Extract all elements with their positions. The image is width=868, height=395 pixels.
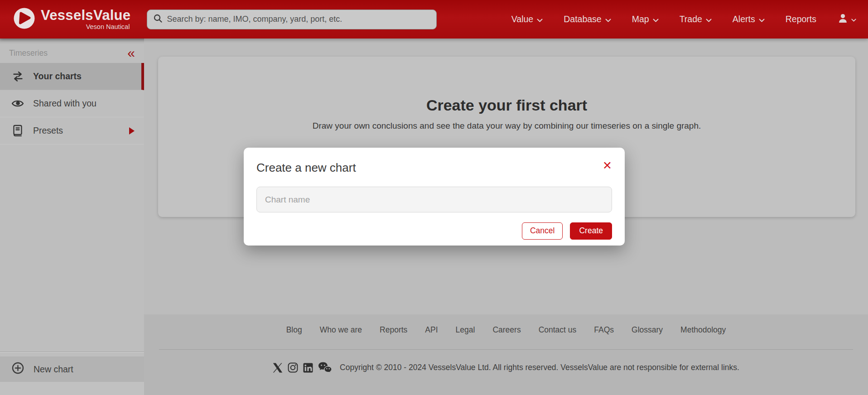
user-menu[interactable] <box>837 13 856 26</box>
footer-divider <box>159 349 853 350</box>
sidebar-item-shared-with-you[interactable]: Shared with you <box>0 90 144 117</box>
nav-item-database[interactable]: Database <box>564 14 611 24</box>
chevron-down-icon <box>653 14 659 24</box>
footer-link-faqs[interactable]: FAQs <box>594 325 614 335</box>
empty-state-title: Create your first chart <box>158 96 855 114</box>
chevron-down-icon <box>605 14 611 24</box>
nav-label: Database <box>564 14 601 24</box>
chevron-down-icon <box>537 14 543 24</box>
footer-link-contact-us[interactable]: Contact us <box>539 325 577 335</box>
sidebar-item-presets[interactable]: Presets <box>0 117 144 145</box>
new-chart-label: New chart <box>34 364 73 375</box>
vesselsvalue-logo-icon <box>14 8 35 31</box>
person-icon <box>837 13 849 26</box>
nav-item-reports[interactable]: Reports <box>786 14 816 24</box>
instagram-icon[interactable] <box>288 362 298 373</box>
create-button[interactable]: Create <box>570 222 612 240</box>
close-icon[interactable]: ✕ <box>603 160 612 171</box>
create-chart-modal: Create a new chart ✕ Cancel Create <box>244 148 625 246</box>
sidebar-item-label: Your charts <box>33 71 82 82</box>
top-header: VesselsValue Veson Nautical Value Databa… <box>0 0 868 39</box>
nav-label: Value <box>511 14 533 24</box>
new-chart-button[interactable]: New chart <box>0 356 144 382</box>
modal-actions: Cancel Create <box>256 222 612 240</box>
linkedin-icon[interactable] <box>303 363 313 373</box>
x-twitter-icon[interactable] <box>273 363 283 373</box>
book-icon <box>11 125 24 137</box>
top-nav: Value Database Map Trade Alerts Reports <box>511 13 856 26</box>
nav-label: Trade <box>680 14 702 24</box>
sidebar-bottom: New chart <box>0 352 144 395</box>
empty-state-subtitle: Draw your own conclusions and see the da… <box>158 121 855 131</box>
footer-links: Blog Who we are Reports API Legal Career… <box>144 314 868 335</box>
social-icons <box>273 361 332 374</box>
footer: Blog Who we are Reports API Legal Career… <box>144 314 868 395</box>
footer-link-api[interactable]: API <box>425 325 438 335</box>
wechat-icon[interactable] <box>318 361 332 374</box>
sidebar-footer-strip <box>0 382 144 395</box>
sidebar-section-title: Timeseries <box>9 48 48 58</box>
sidebar-item-label: Shared with you <box>33 98 96 109</box>
sidebar-divider <box>0 352 144 352</box>
footer-link-careers[interactable]: Careers <box>492 325 521 335</box>
footer-link-methodology[interactable]: Methodology <box>680 325 726 335</box>
chevron-down-icon <box>851 15 856 24</box>
nav-label: Map <box>632 14 649 24</box>
global-search-bar[interactable] <box>147 10 437 29</box>
logo-title: VesselsValue <box>41 8 130 23</box>
footer-link-reports[interactable]: Reports <box>380 325 407 335</box>
sidebar-header: Timeseries « <box>0 43 144 63</box>
footer-link-legal[interactable]: Legal <box>456 325 475 335</box>
modal-title: Create a new chart <box>256 161 356 175</box>
swap-arrows-icon <box>11 71 24 82</box>
chart-name-input[interactable] <box>256 187 612 212</box>
logo-text: VesselsValue Veson Nautical <box>41 8 130 30</box>
nav-item-map[interactable]: Map <box>632 14 659 24</box>
circle-plus-icon <box>12 362 24 376</box>
copyright-text: Copyright © 2010 - 2024 VesselsValue Ltd… <box>340 363 739 372</box>
sidebar-item-label: Presets <box>33 125 63 136</box>
chevron-down-icon <box>759 14 765 24</box>
logo-subtitle: Veson Nautical <box>41 23 130 30</box>
footer-link-who-we-are[interactable]: Who we are <box>320 325 362 335</box>
footer-link-glossary[interactable]: Glossary <box>632 325 663 335</box>
nav-item-trade[interactable]: Trade <box>680 14 712 24</box>
chevron-down-icon <box>706 14 712 24</box>
sidebar-item-your-charts[interactable]: Your charts <box>0 63 144 90</box>
footer-bottom-row: Copyright © 2010 - 2024 VesselsValue Ltd… <box>144 361 868 374</box>
footer-link-blog[interactable]: Blog <box>286 325 302 335</box>
search-input[interactable] <box>167 14 430 24</box>
nav-item-alerts[interactable]: Alerts <box>733 14 765 24</box>
vesselsvalue-logo[interactable]: VesselsValue Veson Nautical <box>14 8 130 31</box>
search-icon <box>154 14 162 24</box>
nav-label: Reports <box>786 14 816 24</box>
collapse-sidebar-icon[interactable]: « <box>127 48 135 58</box>
expand-presets-icon[interactable] <box>129 127 135 135</box>
nav-label: Alerts <box>733 14 755 24</box>
modal-header: Create a new chart ✕ <box>256 159 612 175</box>
sidebar: Timeseries « Your charts Shared with you <box>0 39 144 395</box>
eye-icon <box>11 99 24 108</box>
cancel-button[interactable]: Cancel <box>522 222 563 240</box>
nav-item-value[interactable]: Value <box>511 14 543 24</box>
